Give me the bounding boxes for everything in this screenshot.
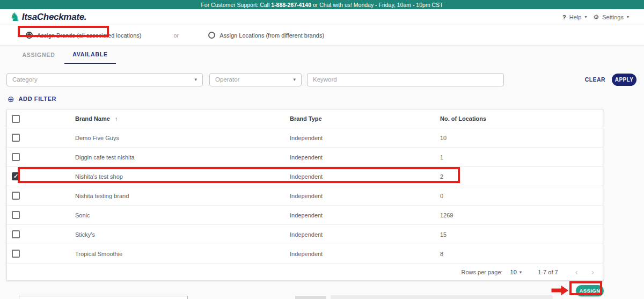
pagination-range: 1-7 of 7 [538, 269, 558, 275]
cell-brand-type: Independent [290, 251, 440, 257]
help-caret-icon: ▾ [584, 14, 587, 19]
row-checkbox[interactable] [12, 134, 20, 142]
cell-locations: 15 [440, 231, 603, 238]
select-all-checkbox[interactable] [12, 115, 20, 123]
support-text-prefix: For Customer Support: Call [201, 2, 269, 8]
cell-brand-type: Independent [290, 193, 440, 199]
table-row[interactable]: Nishita testing brand Independent 0 [7, 186, 603, 206]
filter-row: Category ▾ Operator ▾ CLEAR APPLY [0, 72, 644, 86]
partial-bottom-strip [331, 295, 553, 299]
partial-bottom-strip [295, 296, 326, 299]
chevron-down-icon: ▾ [194, 77, 197, 82]
column-header-brand-name[interactable]: Brand Name ↑ [75, 115, 290, 122]
cell-brand-name: Nishita's test shop [75, 173, 290, 180]
support-text-suffix: or Chat with us! Monday - Friday, 10am -… [313, 2, 443, 8]
previous-page-icon[interactable]: ‹ [575, 268, 578, 276]
tab-assigned[interactable]: ASSIGNED [13, 46, 64, 64]
plus-circle-icon: ⊕ [8, 95, 14, 103]
chevron-down-icon: ▾ [519, 269, 522, 275]
tabs: ASSIGNED AVAILABLE [0, 46, 644, 64]
cell-brand-type: Independent [290, 212, 440, 218]
row-checkbox[interactable] [12, 172, 20, 180]
help-menu[interactable]: Help [569, 14, 582, 20]
cell-locations: 2 [440, 173, 603, 180]
radio-unselected-icon[interactable] [208, 32, 215, 39]
app-header: ♞ ItsaCheckmate. ? Help ▾ ⚙ Settings ▾ [0, 9, 644, 25]
rows-per-page-value: 10 [510, 269, 517, 275]
keyword-input[interactable] [307, 73, 504, 86]
table-row[interactable]: Nishita's test shop Independent 2 [7, 167, 603, 186]
cell-locations: 1 [440, 154, 603, 161]
radio-assign-locations-label: Assign Locations (from different brands) [219, 32, 324, 39]
add-filter-label: ADD FILTER [19, 96, 57, 102]
row-checkbox[interactable] [12, 250, 20, 258]
radio-assign-brands-label: Assign Brands (all associated locations) [37, 32, 141, 39]
operator-placeholder: Operator [215, 76, 239, 83]
column-header-locations[interactable]: No. of Locations [440, 115, 603, 122]
radio-assign-brands[interactable]: Assign Brands (all associated locations) [26, 32, 141, 39]
operator-select[interactable]: Operator ▾ [209, 73, 302, 86]
support-banner: For Customer Support: Call 1-888-267-414… [0, 0, 644, 9]
cell-brand-name: Sonic [75, 212, 290, 218]
pagination: Rows per page: 10 ▾ 1-7 of 7 ‹ › [7, 264, 603, 281]
chevron-down-icon: ▾ [293, 77, 296, 82]
brand-name-header-label: Brand Name [75, 115, 110, 122]
table-row[interactable]: Sticky's Independent 15 [7, 225, 603, 244]
table-row[interactable]: Sonic Independent 1269 [7, 206, 603, 225]
row-checkbox[interactable] [12, 153, 20, 161]
cell-brand-name: Nishita testing brand [75, 193, 290, 199]
help-icon: ? [562, 14, 566, 20]
cell-locations: 8 [440, 251, 603, 257]
cell-locations: 10 [440, 135, 603, 141]
radio-assign-locations[interactable]: Assign Locations (from different brands) [208, 32, 324, 39]
rows-per-page-label: Rows per page: [462, 269, 503, 275]
row-checkbox[interactable] [12, 192, 20, 200]
assign-button[interactable]: ASSIGN [576, 285, 604, 296]
knight-logo-icon: ♞ [10, 12, 20, 23]
cell-locations: 0 [440, 193, 603, 199]
cell-brand-type: Independent [290, 231, 440, 238]
cell-brand-name: Tropical Smoothie [75, 251, 290, 257]
add-filter-button[interactable]: ⊕ ADD FILTER [0, 94, 644, 104]
sort-asc-icon: ↑ [115, 115, 118, 122]
cell-locations: 1269 [440, 212, 603, 218]
next-page-icon[interactable]: › [591, 268, 594, 276]
table-row[interactable]: Diggin cafe test nishita Independent 1 [7, 148, 603, 167]
category-select[interactable]: Category ▾ [6, 73, 203, 86]
row-checkbox[interactable] [12, 211, 20, 219]
category-placeholder: Category [12, 76, 38, 83]
header-actions: ? Help ▾ ⚙ Settings ▾ [562, 13, 632, 21]
table-row[interactable]: Tropical Smoothie Independent 8 [7, 244, 603, 264]
support-phone: 1-888-267-4140 [271, 2, 311, 8]
settings-menu[interactable]: Settings [602, 14, 624, 20]
cell-brand-name: Sticky's [75, 231, 290, 238]
or-separator: or [173, 32, 179, 39]
table-header-row: Brand Name ↑ Brand Type No. of Locations [7, 110, 603, 128]
table-body: Demo Five Guys Independent 10 Diggin caf… [7, 128, 603, 264]
gear-icon: ⚙ [593, 13, 599, 21]
table-row[interactable]: Demo Five Guys Independent 10 [7, 128, 603, 148]
cell-brand-type: Independent [290, 135, 440, 141]
column-header-brand-type[interactable]: Brand Type [290, 115, 440, 122]
tab-available[interactable]: AVAILABLE [64, 46, 116, 64]
brands-table: Brand Name ↑ Brand Type No. of Locations… [6, 109, 603, 281]
page: For Customer Support: Call 1-888-267-414… [0, 0, 644, 299]
assign-mode-row: Assign Brands (all associated locations)… [0, 25, 644, 46]
cell-brand-type: Independent [290, 154, 440, 161]
rows-per-page-select[interactable]: 10 ▾ [510, 269, 522, 275]
cell-brand-type: Independent [290, 173, 440, 180]
partial-bottom-panel [19, 296, 188, 299]
logo[interactable]: ♞ ItsaCheckmate. [10, 12, 86, 23]
cell-brand-name: Diggin cafe test nishita [75, 154, 290, 161]
settings-caret-icon: ▾ [627, 14, 629, 19]
radio-selected-icon[interactable] [26, 32, 33, 39]
cell-brand-name: Demo Five Guys [75, 135, 290, 141]
annotation-arrow-icon [551, 285, 569, 296]
apply-button[interactable]: APPLY [612, 74, 636, 86]
row-checkbox[interactable] [12, 230, 20, 238]
clear-button[interactable]: CLEAR [585, 76, 605, 83]
logo-text: ItsaCheckmate. [22, 12, 87, 23]
